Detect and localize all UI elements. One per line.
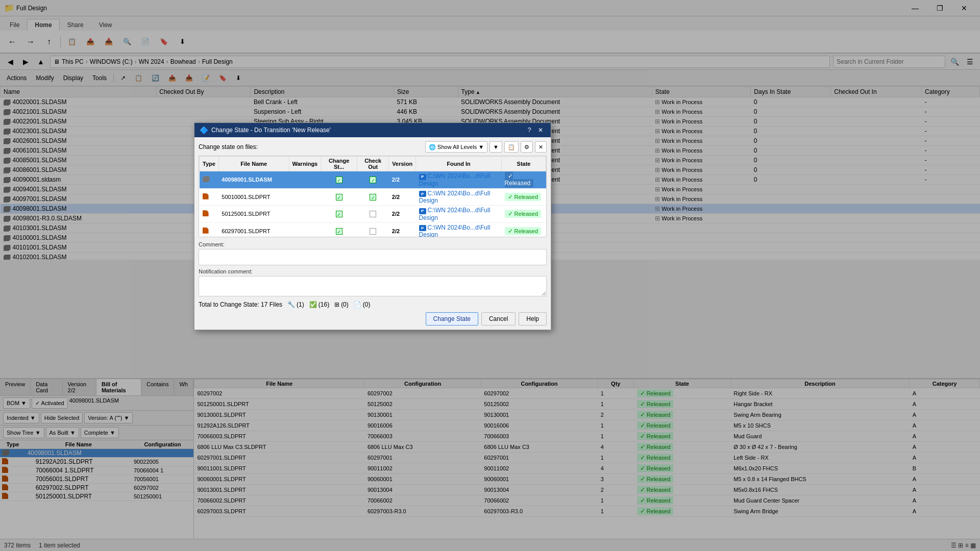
settings-btn[interactable]: ⚙ — [521, 141, 533, 153]
close-tool-btn[interactable]: ✕ — [535, 141, 547, 153]
change-state-button[interactable]: Change State — [426, 312, 478, 325]
modal-cell-change-state[interactable]: ✓ — [321, 222, 357, 237]
summary-badge-1: 🔧 (1) — [287, 301, 304, 308]
part-count: (1) — [297, 301, 304, 308]
doc-count: (0) — [363, 301, 371, 308]
check-out-check[interactable]: ✓ — [370, 194, 376, 201]
modal-cell-version: 2/2 — [389, 171, 416, 189]
modal-cell-found-in: PC:\WN 2024\Bo...d\Full Design — [416, 171, 502, 189]
modal-col-filename[interactable]: File Name — [218, 157, 289, 171]
modal-col-state[interactable]: State — [502, 157, 546, 171]
change-state-check[interactable]: ✓ — [336, 211, 342, 217]
doc-icon: 📄 — [354, 301, 361, 308]
modal-cell-type — [200, 188, 219, 206]
modal-body: Change state on files: 🌐 Show All Levels… — [194, 137, 551, 330]
modal-table-row[interactable]: 40098001.SLDASM ✓ ✓ 2/2 PC:\WN 2024\Bo..… — [200, 171, 546, 189]
modal-col-found-in[interactable]: Found In — [416, 157, 502, 171]
modal-cell-filename: 50125001.SLDPRT — [218, 206, 289, 223]
modal-cell-warnings — [289, 206, 321, 223]
check-out-check[interactable]: ✓ — [370, 177, 376, 183]
modal-help[interactable]: ? — [524, 126, 534, 134]
modal-cell-warnings — [289, 222, 321, 237]
modal-overlay: 🔷 Change State - Do Transition 'New Rele… — [0, 0, 980, 551]
modal-footer: Change State Cancel Help — [199, 312, 547, 325]
summary-badge-3: ⊞ (0) — [334, 301, 349, 308]
modal-col-version[interactable]: Version — [389, 157, 416, 171]
modal-cell-checkout[interactable] — [357, 206, 388, 223]
modal-cell-warnings — [289, 188, 321, 206]
change-state-check[interactable]: ✓ — [336, 194, 342, 201]
modal-cell-found-in: PC:\WN 2024\Bo...d\Full Design — [416, 188, 502, 206]
modal-cell-warnings — [289, 171, 321, 189]
modal-table-area: Type File Name Warnings Change St... Che… — [199, 156, 547, 237]
comment-input[interactable] — [199, 249, 547, 265]
modal-table-row[interactable]: 60297001.SLDPRT ✓ 2/2 PC:\WN 2024\Bo...d… — [200, 222, 546, 237]
modal-cell-checkout[interactable]: ✓ — [357, 188, 388, 206]
modal-summary: Total to Change State: 17 Files 🔧 (1) ✅ … — [199, 301, 547, 308]
modal-cell-change-state[interactable]: ✓ — [321, 171, 357, 189]
change-state-check[interactable]: ✓ — [336, 228, 342, 235]
modal-dialog: 🔷 Change State - Do Transition 'New Rele… — [194, 122, 551, 330]
modal-cell-version: 2/2 — [389, 188, 416, 206]
warning-count: (0) — [341, 301, 349, 308]
modal-cell-type — [200, 206, 219, 223]
modal-cell-filename: 50010001.SLDPRT — [218, 188, 289, 206]
modal-cell-filename: 60297001.SLDPRT — [218, 222, 289, 237]
modal-cell-filename: 40098001.SLDASM — [218, 171, 289, 189]
modal-icon: 🔷 — [200, 126, 208, 134]
modal-cell-version: 2/2 — [389, 222, 416, 237]
warning-icon: ⊞ — [334, 301, 339, 308]
modal-cell-version: 2/2 — [389, 206, 416, 223]
modal-toolbar-right: 🌐 Show All Levels ▼ ▼ 📋 ⚙ ✕ — [425, 141, 547, 153]
modal-col-type[interactable]: Type — [200, 157, 219, 171]
modal-titlebar: 🔷 Change State - Do Transition 'New Rele… — [194, 123, 551, 137]
change-state-check[interactable]: ✓ — [336, 177, 342, 183]
notification-input[interactable] — [199, 276, 547, 296]
check-out-check[interactable] — [370, 211, 376, 217]
comment-area: Comment: — [199, 241, 547, 265]
modal-title: Change State - Do Transition 'New Releas… — [211, 127, 331, 134]
modal-cell-found-in: PC:\WN 2024\Bo...d\Full Design — [416, 206, 502, 223]
notification-label: Notification comment: — [199, 268, 547, 274]
modal-controls: ? ✕ — [524, 126, 546, 134]
modal-cell-checkout[interactable] — [357, 222, 388, 237]
modal-col-change-state[interactable]: Change St... — [321, 157, 357, 171]
modal-cell-state: ✓ Released — [502, 206, 546, 223]
check-icon: ✅ — [309, 301, 317, 308]
modal-cell-type — [200, 222, 219, 237]
modal-cell-found-in: PC:\WN 2024\Bo...d\Full Design — [416, 222, 502, 237]
modal-table-row[interactable]: 50010001.SLDPRT ✓ ✓ 2/2 PC:\WN 2024\Bo..… — [200, 188, 546, 206]
modal-title-left: 🔷 Change State - Do Transition 'New Rele… — [200, 126, 331, 134]
part-icon: 🔧 — [287, 301, 295, 308]
summary-badge-4: 📄 (0) — [354, 301, 371, 308]
modal-cell-change-state[interactable]: ✓ — [321, 206, 357, 223]
check-out-check[interactable] — [370, 228, 376, 235]
modal-subtitle: Change state on files: — [199, 143, 258, 151]
notification-area: Notification comment: — [199, 268, 547, 298]
modal-table-row[interactable]: 50125001.SLDPRT ✓ 2/2 PC:\WN 2024\Bo...d… — [200, 206, 546, 223]
summary-total: Total to Change State: 17 Files — [199, 301, 282, 308]
modal-cell-checkout[interactable]: ✓ — [357, 171, 388, 189]
modal-close[interactable]: ✕ — [535, 126, 546, 134]
modal-cell-type — [200, 171, 219, 189]
check-count: (16) — [318, 301, 329, 308]
filter-btn[interactable]: ▼ — [489, 141, 502, 153]
cancel-button[interactable]: Cancel — [481, 312, 516, 325]
modal-cell-state: ✓ Released — [502, 188, 546, 206]
summary-badge-2: ✅ (16) — [309, 301, 329, 308]
help-button[interactable]: Help — [519, 312, 547, 325]
modal-col-checkout[interactable]: Check Out — [357, 157, 388, 171]
show-all-levels-btn[interactable]: 🌐 Show All Levels ▼ — [425, 141, 487, 153]
modal-col-warnings[interactable]: Warnings — [289, 157, 321, 171]
more-btn[interactable]: 📋 — [504, 141, 519, 153]
modal-toolbar: Change state on files: 🌐 Show All Levels… — [199, 141, 547, 153]
modal-cell-state: ✓ Released — [502, 222, 546, 237]
modal-cell-change-state[interactable]: ✓ — [321, 188, 357, 206]
modal-cell-state: ✓ Released — [502, 171, 546, 189]
comment-label: Comment: — [199, 241, 547, 247]
modal-table: Type File Name Warnings Change St... Che… — [199, 156, 546, 237]
